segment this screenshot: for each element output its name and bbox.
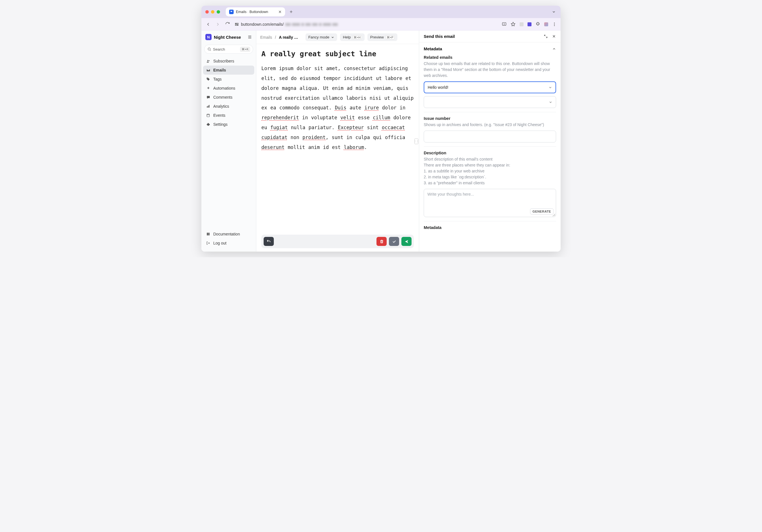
mail-icon bbox=[206, 68, 210, 72]
sidebar-item-label: Tags bbox=[213, 77, 222, 81]
issue-number-input[interactable] bbox=[424, 131, 556, 143]
description-textarea[interactable]: Write your thoughts here... GENERATE bbox=[424, 189, 556, 217]
new-tab-button[interactable]: + bbox=[287, 9, 295, 15]
sparkle-icon bbox=[206, 86, 210, 91]
tab-overflow-icon[interactable] bbox=[551, 10, 557, 14]
expand-icon[interactable] bbox=[544, 34, 548, 38]
svg-point-2 bbox=[236, 23, 236, 24]
sidebar-item-label: Settings bbox=[213, 122, 228, 127]
svg-point-6 bbox=[554, 24, 555, 25]
sidebar-toggle-icon[interactable] bbox=[248, 35, 252, 39]
send-button[interactable] bbox=[401, 237, 412, 246]
generate-button[interactable]: GENERATE bbox=[530, 208, 554, 215]
sidebar-item-label: Log out bbox=[213, 241, 227, 245]
close-icon[interactable] bbox=[552, 34, 556, 38]
editor-toolbar: Emails / A really … Fancy mode Help⌘+H P… bbox=[256, 31, 419, 44]
breadcrumb-root[interactable]: Emails bbox=[260, 35, 272, 39]
browser-tab-bar: Emails · Buttondown ✕ + bbox=[201, 6, 561, 18]
sidebar-item-label: Emails bbox=[213, 68, 226, 72]
issue-number-label: Issue number bbox=[424, 116, 556, 121]
logout-icon bbox=[206, 241, 210, 245]
body-editor[interactable]: Lorem ipsum dolor sit amet, consectetur … bbox=[261, 64, 414, 152]
url-field[interactable]: buttondown.com/emails/ ■■ ■■■ ■ ■■ ■■ ■ … bbox=[234, 22, 498, 27]
sidebar-item-automations[interactable]: Automations bbox=[203, 84, 254, 93]
svg-rect-12 bbox=[207, 106, 207, 108]
subject-input[interactable]: A really great subject line bbox=[261, 50, 414, 58]
chevron-down-icon bbox=[549, 100, 552, 104]
gear-icon bbox=[206, 122, 210, 127]
profile-avatar[interactable] bbox=[544, 22, 548, 26]
browser-tab-active[interactable]: Emails · Buttondown ✕ bbox=[226, 7, 285, 16]
maximize-window-dot[interactable] bbox=[217, 10, 220, 14]
forward-icon[interactable] bbox=[215, 22, 221, 27]
users-icon bbox=[206, 59, 210, 63]
reload-icon[interactable] bbox=[225, 22, 230, 27]
favicon-icon bbox=[229, 10, 234, 14]
undo-button[interactable] bbox=[264, 237, 274, 246]
browser-menu-icon[interactable] bbox=[552, 22, 557, 27]
brand-name: Night Cheese bbox=[214, 35, 241, 39]
resize-handle-icon[interactable] bbox=[552, 213, 555, 216]
svg-rect-13 bbox=[208, 106, 208, 108]
sidebar-item-logout[interactable]: Log out bbox=[203, 238, 254, 248]
metadata-label-2: Metadata bbox=[424, 225, 556, 233]
site-settings-icon[interactable] bbox=[234, 22, 239, 27]
sidebar-item-comments[interactable]: Comments bbox=[203, 93, 254, 102]
description-label: Description bbox=[424, 151, 556, 155]
sidebar-item-events[interactable]: Events bbox=[203, 111, 254, 120]
panel-title: Send this email bbox=[424, 34, 455, 39]
description-help: Short description of this email's conten… bbox=[424, 156, 556, 186]
breadcrumb-current: A really … bbox=[279, 35, 298, 39]
sidebar-item-analytics[interactable]: Analytics bbox=[203, 102, 254, 111]
search-input[interactable]: Search ⌘+K bbox=[204, 45, 253, 54]
tab-close-icon[interactable]: ✕ bbox=[278, 10, 282, 14]
profile-chip-1[interactable] bbox=[520, 22, 524, 26]
search-shortcut: ⌘+K bbox=[240, 47, 250, 52]
issue-number-help: Shows up in archives and footers. (e.g. … bbox=[424, 122, 556, 128]
chevron-down-icon bbox=[549, 86, 552, 89]
sidebar-item-label: Analytics bbox=[213, 104, 229, 108]
brand[interactable]: N Night Cheese bbox=[201, 31, 256, 43]
back-icon[interactable] bbox=[205, 22, 211, 27]
breadcrumb-sep: / bbox=[275, 35, 276, 39]
preview-button[interactable]: Preview⌘+P bbox=[367, 33, 397, 41]
svg-point-11 bbox=[207, 78, 208, 79]
bookmark-star-icon[interactable] bbox=[510, 22, 516, 27]
extensions-icon[interactable] bbox=[535, 22, 540, 27]
svg-point-9 bbox=[207, 60, 208, 61]
sidebar-item-subscribers[interactable]: Subscribers bbox=[203, 56, 254, 66]
sidebar-item-emails[interactable]: Emails bbox=[203, 66, 254, 75]
svg-point-10 bbox=[208, 60, 209, 61]
fancy-mode-button[interactable]: Fancy mode bbox=[305, 33, 337, 41]
svg-rect-14 bbox=[209, 105, 209, 107]
url-obscured: ■■ ■■■ ■ ■■ ■■ ■ ■■■ ■■ bbox=[285, 22, 338, 27]
chevron-down-icon bbox=[331, 35, 334, 39]
sidebar-item-label: Documentation bbox=[213, 232, 240, 236]
tab-title: Emails · Buttondown bbox=[236, 10, 268, 14]
related-email-select-1[interactable]: Hello world! bbox=[424, 81, 556, 93]
sidebar-item-settings[interactable]: Settings bbox=[203, 120, 254, 129]
svg-point-5 bbox=[554, 23, 555, 24]
sidebar-item-label: Events bbox=[213, 113, 225, 118]
svg-point-7 bbox=[554, 25, 555, 26]
search-placeholder: Search bbox=[213, 47, 225, 51]
close-window-dot[interactable] bbox=[205, 10, 209, 14]
related-email-select-2[interactable] bbox=[424, 96, 556, 108]
metadata-section-toggle[interactable]: Metadata bbox=[424, 42, 556, 53]
sidebar-item-documentation[interactable]: Documentation bbox=[203, 230, 254, 238]
sidebar-item-tags[interactable]: Tags bbox=[203, 75, 254, 84]
chart-icon bbox=[206, 104, 210, 108]
editor-action-bar bbox=[261, 234, 414, 248]
minimize-window-dot[interactable] bbox=[211, 10, 214, 14]
sidebar: N Night Cheese Search ⌘+K Subscribers Em… bbox=[201, 31, 256, 252]
install-app-icon[interactable] bbox=[502, 22, 506, 27]
chevron-up-icon bbox=[552, 47, 556, 51]
save-draft-button[interactable] bbox=[389, 237, 399, 246]
sidebar-item-label: Subscribers bbox=[213, 59, 234, 63]
profile-chip-2[interactable] bbox=[527, 22, 531, 26]
panel-drag-handle[interactable]: ⋮⋮ bbox=[415, 139, 418, 144]
delete-button[interactable] bbox=[376, 237, 387, 246]
sidebar-item-label: Comments bbox=[213, 95, 233, 100]
help-button[interactable]: Help⌘+H bbox=[340, 33, 364, 41]
editor-column: Emails / A really … Fancy mode Help⌘+H P… bbox=[256, 31, 419, 252]
